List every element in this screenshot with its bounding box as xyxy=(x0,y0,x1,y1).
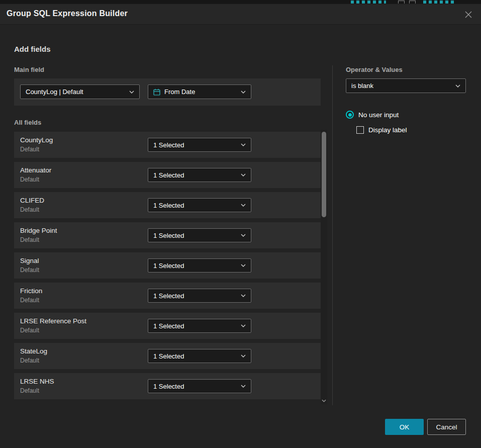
field-row: Signal Default 1 Selected xyxy=(14,252,321,279)
chevron-down-icon xyxy=(237,354,246,357)
background-app-remnant xyxy=(409,1,416,4)
chevron-down-icon xyxy=(237,385,246,388)
row-selected-dropdown-label: 1 Selected xyxy=(153,171,184,179)
ok-button[interactable]: OK xyxy=(385,419,424,435)
background-app-remnant xyxy=(351,1,386,4)
chevron-down-icon xyxy=(237,173,246,176)
chevron-down-icon xyxy=(237,234,246,237)
cancel-button[interactable]: Cancel xyxy=(427,419,466,435)
row-selected-dropdown[interactable]: 1 Selected xyxy=(148,319,251,333)
field-row: StateLog Default 1 Selected xyxy=(14,343,321,369)
chevron-down-icon xyxy=(237,324,246,327)
chevron-down-icon xyxy=(237,204,246,207)
scrollbar-down-arrow-icon[interactable] xyxy=(321,399,327,402)
field-name: StateLog xyxy=(20,347,47,355)
row-selected-dropdown-label: 1 Selected xyxy=(153,292,184,300)
radio-selected-icon xyxy=(346,111,354,119)
field-row: Friction Default 1 Selected xyxy=(14,283,321,309)
chevron-down-icon xyxy=(125,91,134,94)
field-name: Signal xyxy=(20,257,39,264)
field-subtitle: Default xyxy=(20,266,39,274)
field-subtitle: Default xyxy=(20,327,39,334)
chevron-down-icon xyxy=(237,143,246,146)
field-row: LRSE NHS Default 1 Selected xyxy=(14,373,321,399)
chevron-down-icon xyxy=(237,264,246,267)
row-selected-dropdown-label: 1 Selected xyxy=(153,202,184,209)
field-row: LRSE Reference Post Default 1 Selected xyxy=(14,313,321,339)
field-name: Attenuator xyxy=(20,166,51,174)
screen: Group SQL Expression Builder Add fields … xyxy=(0,0,481,448)
row-selected-dropdown[interactable]: 1 Selected xyxy=(148,138,251,152)
row-selected-dropdown-label: 1 Selected xyxy=(153,262,184,270)
chevron-down-icon xyxy=(237,91,246,94)
row-selected-dropdown[interactable]: 1 Selected xyxy=(148,198,251,212)
calendar-icon xyxy=(153,88,160,96)
main-field-label: Main field xyxy=(14,66,44,73)
no-user-input-radio[interactable]: No user input xyxy=(346,111,399,119)
group-sql-expression-builder-dialog: Group SQL Expression Builder Add fields … xyxy=(0,4,481,448)
display-label-text: Display label xyxy=(368,126,407,134)
row-selected-dropdown-label: 1 Selected xyxy=(153,141,184,149)
all-fields-label: All fields xyxy=(14,119,41,126)
operator-dropdown-value: is blank xyxy=(351,82,373,89)
field-subtitle: Default xyxy=(20,146,39,153)
all-fields-list: CountyLog Default 1 Selected Attenuator … xyxy=(14,132,321,399)
dialog-header: Group SQL Expression Builder xyxy=(0,4,481,25)
add-fields-heading: Add fields xyxy=(14,45,51,53)
dialog-title: Group SQL Expression Builder xyxy=(7,9,128,18)
row-selected-dropdown-label: 1 Selected xyxy=(153,383,184,390)
field-subtitle: Default xyxy=(20,387,39,394)
date-field-value: From Date xyxy=(164,88,195,96)
panel-divider xyxy=(332,65,333,405)
operator-dropdown[interactable]: is blank xyxy=(346,78,466,93)
field-subtitle: Default xyxy=(20,206,39,213)
background-app-remnant xyxy=(423,1,456,4)
field-name: Friction xyxy=(20,287,42,295)
field-subtitle: Default xyxy=(20,357,39,364)
row-selected-dropdown-label: 1 Selected xyxy=(153,352,184,360)
row-selected-dropdown[interactable]: 1 Selected xyxy=(148,258,251,273)
chevron-down-icon xyxy=(451,84,460,87)
layer-select-value: CountyLog | Default xyxy=(26,88,83,96)
field-row: CountyLog Default 1 Selected xyxy=(14,132,321,158)
row-selected-dropdown[interactable]: 1 Selected xyxy=(148,168,251,182)
field-name: Bridge Point xyxy=(20,227,57,234)
field-row: Bridge Point Default 1 Selected xyxy=(14,222,321,248)
layer-select-dropdown[interactable]: CountyLog | Default xyxy=(20,84,140,99)
row-selected-dropdown-label: 1 Selected xyxy=(153,322,184,330)
field-name: CountyLog xyxy=(20,136,53,144)
row-selected-dropdown[interactable]: 1 Selected xyxy=(148,379,251,393)
background-app-remnant xyxy=(398,1,405,4)
display-label-checkbox[interactable]: Display label xyxy=(356,126,407,134)
row-selected-dropdown-label: 1 Selected xyxy=(153,232,184,239)
scrollbar-track[interactable] xyxy=(321,130,327,404)
field-subtitle: Default xyxy=(20,176,39,183)
row-selected-dropdown[interactable]: 1 Selected xyxy=(148,289,251,303)
field-name: LRSE NHS xyxy=(20,378,54,385)
no-user-input-label: No user input xyxy=(358,111,399,119)
scrollbar-thumb[interactable] xyxy=(322,132,326,217)
row-selected-dropdown[interactable]: 1 Selected xyxy=(148,349,251,363)
field-subtitle: Default xyxy=(20,236,39,243)
close-icon[interactable] xyxy=(462,9,474,21)
date-field-dropdown[interactable]: From Date xyxy=(148,84,251,99)
field-subtitle: Default xyxy=(20,297,39,304)
field-row: CLIFED Default 1 Selected xyxy=(14,192,321,218)
field-name: CLIFED xyxy=(20,197,44,204)
operator-values-heading: Operator & Values xyxy=(346,66,403,73)
checkbox-unchecked-icon xyxy=(356,126,364,134)
chevron-down-icon xyxy=(237,294,246,297)
main-field-panel: CountyLog | Default From Date xyxy=(14,78,321,106)
row-selected-dropdown[interactable]: 1 Selected xyxy=(148,228,251,242)
field-name: LRSE Reference Post xyxy=(20,317,86,325)
field-row: Attenuator Default 1 Selected xyxy=(14,162,321,188)
